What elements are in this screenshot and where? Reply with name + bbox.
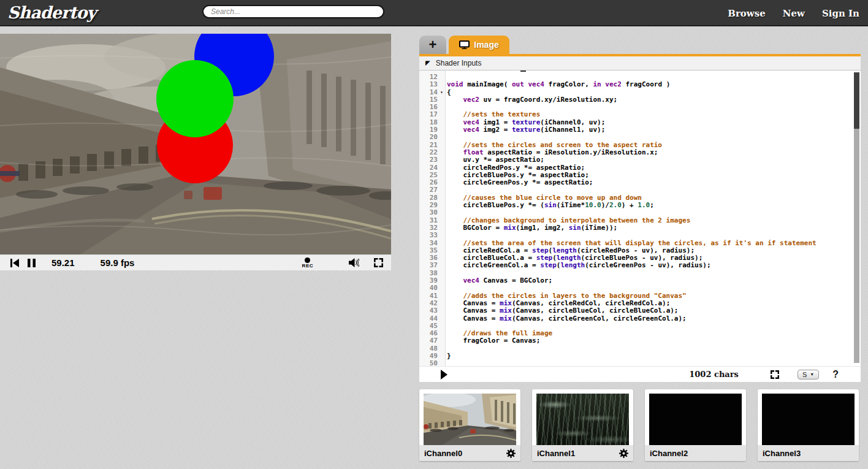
top-nav: Shadertoy Browse New Sign In	[0, 0, 868, 26]
char-count: 1002 chars	[689, 370, 739, 379]
shadertoy-logo[interactable]: Shadertoy	[7, 3, 96, 22]
editor-panel: + Image ◤ Shader Inputs 1213void mainIma…	[419, 34, 861, 382]
channel0-label-bar: iChannel0	[419, 445, 520, 461]
preview-controls: 59.21 59.9 fps REC	[0, 254, 391, 270]
pause-icon[interactable]	[28, 259, 36, 267]
search-input[interactable]	[202, 5, 384, 18]
shader-canvas[interactable]	[0, 34, 391, 254]
channel2-card[interactable]: iChannel2	[645, 389, 746, 461]
green-circle	[156, 60, 234, 137]
nav-link-new[interactable]: New	[783, 8, 805, 19]
code-line[interactable]: 32 BGColor = mix(img1, img2, sin(iTime))…	[419, 224, 852, 232]
record-dot-icon	[305, 257, 310, 263]
channel1-label-bar: iChannel1	[532, 445, 633, 461]
channel2-thumbnail	[649, 394, 742, 445]
preview-fullscreen-icon[interactable]	[374, 258, 383, 267]
code-lines: 1213void mainImage( out vec4 fragColor, …	[419, 74, 852, 366]
channel2-label: iChannel2	[650, 449, 688, 458]
search-wrap	[202, 5, 384, 18]
monitor-icon	[459, 40, 470, 49]
nav-links: Browse New Sign In	[728, 0, 859, 26]
font-size-select[interactable]: S ▼	[798, 370, 819, 379]
record-button[interactable]: REC	[302, 257, 313, 269]
nav-link-signin[interactable]: Sign In	[822, 8, 859, 19]
tab-image[interactable]: Image	[449, 36, 509, 54]
font-size-value: S	[802, 371, 807, 378]
playback-time[interactable]: 59.21	[51, 257, 75, 268]
channel1-thumbnail	[536, 394, 629, 445]
channel0-settings-gear-icon[interactable]	[506, 449, 516, 458]
code-line[interactable]: 49}	[419, 353, 852, 360]
code-line[interactable]: 44 Canvas = mix(Canvas, circleGreenCol, …	[419, 315, 852, 322]
channel1-label: iChannel1	[537, 449, 575, 458]
code-line[interactable]: 19 vec4 img2 = texture(iChannel1, uv);	[419, 126, 852, 134]
add-tab-button[interactable]: +	[419, 36, 446, 54]
code-line[interactable]: 37 circleGreenCol.a = step(length(circle…	[419, 262, 852, 269]
chevron-down-icon: ▼	[810, 372, 814, 376]
editor-fullscreen-icon[interactable]	[771, 370, 779, 379]
code-line[interactable]: 47 fragColor = Canvas;	[419, 337, 852, 345]
editor-tab-row: + Image	[419, 34, 861, 54]
tab-image-label: Image	[474, 40, 498, 50]
channel1-card[interactable]: iChannel1	[532, 389, 633, 461]
collapse-triangle-icon: ◤	[425, 60, 430, 66]
volume-icon[interactable]	[349, 258, 359, 267]
channel3-card[interactable]: iChannel3	[758, 389, 859, 461]
code-editor[interactable]: 1213void mainImage( out vec4 fragColor, …	[419, 71, 861, 366]
channels-row: iChannel0	[419, 389, 860, 461]
channel3-thumbnail	[762, 394, 855, 445]
channel3-label: iChannel3	[763, 449, 801, 458]
nav-link-browse[interactable]: Browse	[728, 8, 766, 19]
shader-inputs-header[interactable]: ◤ Shader Inputs	[419, 56, 861, 71]
code-line[interactable]: 26 circleGreenPos.y *= aspectRatio;	[419, 179, 852, 186]
scrollbar-thumb[interactable]	[854, 72, 859, 129]
code-line[interactable]: 48	[419, 345, 852, 353]
shader-inputs-label: Shader Inputs	[436, 59, 482, 67]
code-line[interactable]: 50	[419, 360, 852, 366]
code-line[interactable]: 13void mainImage( out vec4 fragColor, in…	[419, 81, 852, 88]
channel1-settings-gear-icon[interactable]	[619, 449, 628, 458]
channel0-thumbnail	[424, 394, 516, 445]
compile-play-button[interactable]	[441, 370, 447, 379]
channel0-card[interactable]: iChannel0	[419, 389, 520, 461]
rewind-icon[interactable]	[10, 259, 20, 267]
preview-panel: 59.21 59.9 fps REC	[0, 34, 391, 270]
editor-footer: 1002 chars S ▼ ?	[419, 366, 861, 382]
clipped-line-fragment	[520, 71, 526, 72]
channel0-label: iChannel0	[424, 449, 462, 458]
code-line[interactable]: 39 vec4 Canvas = BGColor;	[419, 277, 852, 284]
record-label: REC	[302, 264, 313, 269]
code-line[interactable]: 29 circleBluePos.y *= (sin(iTime*10.0)/2…	[419, 202, 852, 209]
help-button[interactable]: ?	[832, 369, 839, 380]
code-line[interactable]: 15 vec2 uv = fragCoord.xy/iResolution.xy…	[419, 96, 852, 104]
fps-counter: 59.9 fps	[101, 257, 135, 268]
channel3-label-bar: iChannel3	[758, 445, 859, 461]
channel2-label-bar: iChannel2	[645, 445, 746, 461]
editor-scrollbar[interactable]	[854, 72, 859, 363]
